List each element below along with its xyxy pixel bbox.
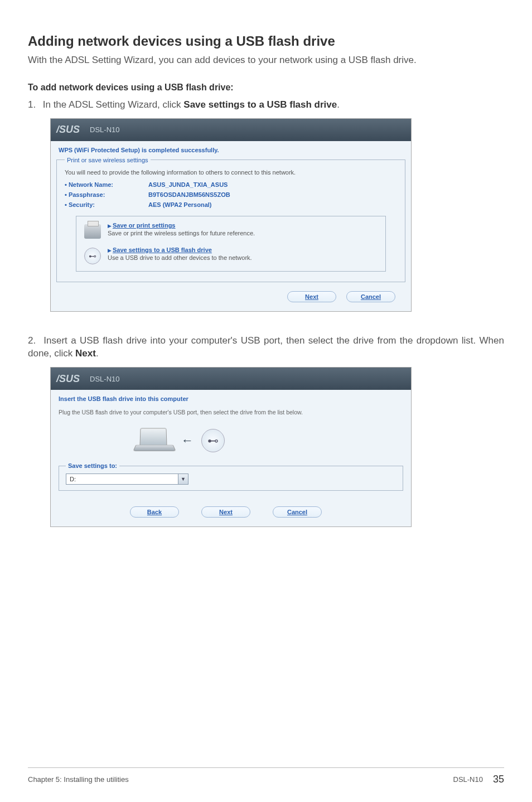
- footer-chapter: Chapter 5: Installing the utilities: [28, 775, 129, 784]
- next-button[interactable]: Next: [287, 291, 336, 302]
- button-row: Back Next Cancel: [56, 502, 405, 521]
- wizard-body: Insert the USB flash drive into this com…: [51, 390, 411, 526]
- triangle-icon: ▶: [108, 223, 112, 229]
- usb-graphic: ←: [134, 428, 405, 453]
- asus-logo-text: /SUS: [56, 373, 80, 385]
- chevron-down-icon[interactable]: ▼: [178, 474, 188, 484]
- asus-logo: /SUS DSL-N10: [56, 124, 119, 136]
- option-description: Use a USB drive to add other devices to …: [108, 254, 252, 261]
- intro-text: With the ADSL Setting Wizard, you can ad…: [28, 54, 504, 67]
- insert-usb-description: Plug the USB flash drive to your compute…: [59, 409, 405, 416]
- save-settings-fieldset: Save settings to: D: ▼: [59, 462, 403, 491]
- step-2-bold: Next: [75, 348, 96, 359]
- kv-value: AES (WPA2 Personal): [148, 201, 212, 208]
- back-button[interactable]: Back: [130, 506, 179, 518]
- wizard-header: /SUS DSL-N10: [51, 119, 411, 141]
- option-save-print: ▶Save or print settings Save or print th…: [83, 222, 379, 241]
- fieldset-legend: Print or save wireless settings: [65, 157, 151, 163]
- asus-logo: /SUS DSL-N10: [56, 373, 119, 385]
- asus-logo-text: /SUS: [56, 124, 80, 136]
- step-1-number: 1.: [28, 98, 40, 112]
- wizard-screenshot-1: /SUS DSL-N10 WPS (WiFi Protected Setup) …: [50, 118, 412, 312]
- step-2-text: Insert a USB flash drive into your compu…: [28, 335, 504, 359]
- footer-right: DSL-N10 35: [453, 774, 505, 785]
- laptop-icon: [134, 428, 173, 453]
- save-print-link[interactable]: Save or print settings: [113, 222, 175, 229]
- step-2-suffix: .: [96, 348, 99, 359]
- save-usb-link[interactable]: Save settings to a USB flash drive: [113, 247, 212, 253]
- save-settings-legend: Save settings to:: [66, 462, 119, 469]
- step-2: 2. Insert a USB flash drive into your co…: [28, 334, 504, 361]
- info-line: You will need to provide the following i…: [65, 169, 397, 176]
- option-text: ▶Save or print settings Save or print th…: [108, 222, 255, 236]
- footer-product: DSL-N10: [453, 775, 483, 784]
- option-text: ▶Save settings to a USB flash drive Use …: [108, 247, 252, 261]
- kv-network-name: • Network Name: ASUS_JUNDA_TXIA_ASUS: [65, 181, 397, 188]
- kv-label: • Network Name:: [65, 181, 148, 188]
- option-save-usb: ▶Save settings to a USB flash drive Use …: [83, 247, 379, 265]
- kv-value: B9T6OSDANJBM56NS5ZOB: [148, 191, 230, 198]
- usb-icon: [201, 429, 225, 452]
- drive-select-value: D:: [66, 476, 178, 482]
- step-1-bold: Save settings to a USB flash drive: [183, 99, 337, 110]
- option-description: Save or print the wireless settings for …: [108, 230, 255, 236]
- model-label: DSL-N10: [90, 125, 119, 134]
- wizard-body: WPS (WiFi Protected Setup) is completed …: [51, 141, 411, 311]
- page-heading: Adding network devices using a USB flash…: [28, 33, 504, 49]
- footer-page-number: 35: [493, 774, 504, 785]
- usb-icon: [83, 247, 102, 265]
- insert-usb-title: Insert the USB flash drive into this com…: [59, 395, 405, 402]
- step-1-text: In the ADSL Setting Wizard, click: [43, 99, 184, 110]
- kv-security: • Security: AES (WPA2 Personal): [65, 201, 397, 208]
- arrow-left-icon: ←: [181, 433, 194, 448]
- step-2-number: 2.: [28, 334, 40, 347]
- next-button[interactable]: Next: [201, 506, 250, 518]
- wireless-settings-fieldset: Print or save wireless settings You will…: [56, 157, 405, 282]
- button-row: Next Cancel: [56, 287, 405, 306]
- drive-select[interactable]: D: ▼: [66, 474, 188, 485]
- step-1: 1. In the ADSL Setting Wizard, click Sav…: [28, 98, 504, 112]
- kv-label: • Passphrase:: [65, 191, 148, 198]
- kv-passphrase: • Passphrase: B9T6OSDANJBM56NS5ZOB: [65, 191, 397, 198]
- printer-icon: [83, 222, 102, 241]
- wps-success-message: WPS (WiFi Protected Setup) is completed …: [59, 147, 405, 153]
- cancel-button[interactable]: Cancel: [346, 291, 395, 302]
- wizard-header: /SUS DSL-N10: [51, 368, 411, 390]
- options-box: ▶Save or print settings Save or print th…: [76, 216, 386, 272]
- model-label: DSL-N10: [90, 375, 119, 383]
- kv-value: ASUS_JUNDA_TXIA_ASUS: [148, 181, 228, 188]
- procedure-subhead: To add network devices using a USB flash…: [28, 83, 504, 93]
- wizard-screenshot-2: /SUS DSL-N10 Insert the USB flash drive …: [50, 367, 412, 527]
- page-footer: Chapter 5: Installing the utilities DSL-…: [28, 767, 504, 785]
- kv-label: • Security:: [65, 201, 148, 208]
- triangle-icon: ▶: [108, 248, 112, 253]
- cancel-button[interactable]: Cancel: [273, 506, 322, 518]
- step-1-suffix: .: [337, 99, 340, 110]
